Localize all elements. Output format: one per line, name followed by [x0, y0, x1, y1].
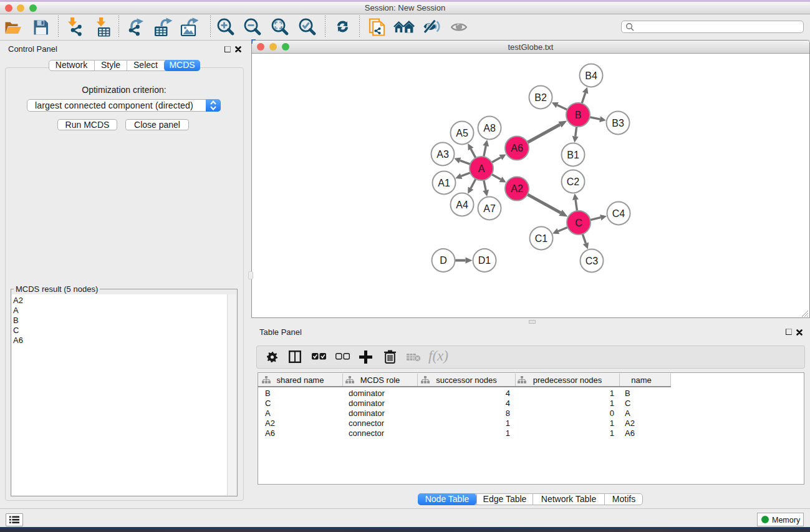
svg-text:A: A — [478, 163, 485, 174]
svg-text:B: B — [575, 110, 582, 120]
svg-text:B2: B2 — [534, 92, 547, 103]
svg-text:B4: B4 — [585, 70, 597, 81]
svg-text:C2: C2 — [567, 177, 580, 187]
svg-text:D: D — [440, 255, 447, 266]
svg-text:A7: A7 — [483, 203, 496, 214]
svg-text:A5: A5 — [456, 128, 468, 138]
svg-text:A2: A2 — [511, 183, 523, 194]
svg-text:D1: D1 — [478, 255, 491, 266]
svg-text:A3: A3 — [436, 149, 449, 160]
svg-text:A6: A6 — [511, 143, 523, 153]
svg-text:C4: C4 — [612, 208, 625, 219]
svg-text:C: C — [575, 218, 582, 228]
svg-text:C1: C1 — [535, 233, 548, 244]
svg-text:B1: B1 — [567, 150, 579, 160]
svg-text:A1: A1 — [438, 178, 450, 188]
svg-text:C3: C3 — [586, 256, 599, 266]
svg-text:B3: B3 — [612, 118, 624, 128]
svg-text:A8: A8 — [483, 123, 496, 133]
svg-text:A4: A4 — [456, 200, 468, 210]
